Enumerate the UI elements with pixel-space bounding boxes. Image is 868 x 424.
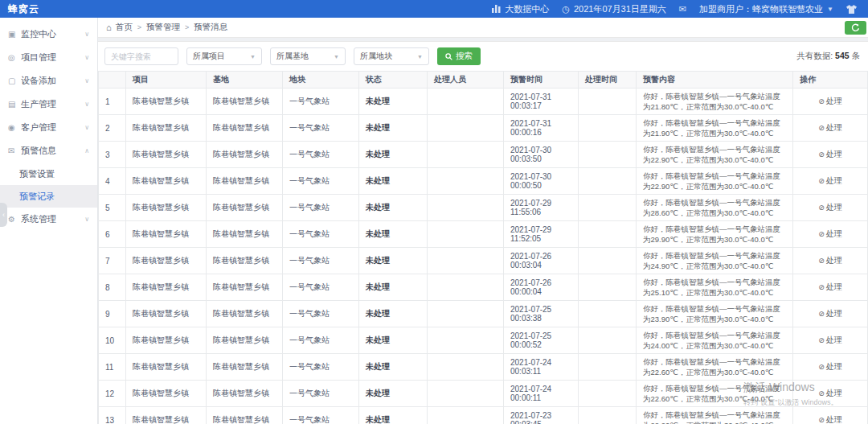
plot-select[interactable]: 所属地块 ▼ — [354, 47, 429, 65]
row-number: 8 — [99, 274, 126, 301]
cell-alert-content: 你好，陈巷镇智慧乡镇—一号气象站温度为21.90℃，正常范围为30.0℃-40.… — [637, 115, 793, 142]
cell-status: 未处理 — [359, 168, 428, 195]
table-row: 1 陈巷镇智慧乡镇 陈巷镇智慧乡镇 一号气象站 未处理 2021-07-31 0… — [99, 89, 868, 115]
big-data-center-link[interactable]: 大数据中心 — [492, 3, 549, 15]
handle-action-link[interactable]: ⊘ 处理 — [818, 202, 842, 213]
cell-project: 陈巷镇智慧乡镇 — [126, 327, 207, 354]
handle-action-link[interactable]: ⊘ 处理 — [818, 414, 842, 424]
check-circle-icon: ⊘ — [818, 310, 825, 318]
shop-icon[interactable] — [846, 5, 857, 14]
cell-handler — [428, 354, 504, 381]
cell-action: ⊘ 处理 — [793, 407, 868, 424]
keyword-search-input[interactable] — [104, 47, 178, 65]
cell-handle-time — [579, 168, 637, 195]
refresh-button[interactable] — [845, 21, 866, 35]
cell-status: 未处理 — [359, 115, 428, 142]
handle-action-link[interactable]: ⊘ 处理 — [818, 308, 842, 319]
check-circle-icon: ⊘ — [818, 336, 825, 344]
cell-action: ⊘ 处理 — [793, 221, 868, 248]
cell-alert-time: 2021-07-30 00:00:50 — [504, 168, 579, 195]
cell-handle-time — [579, 354, 637, 381]
handle-action-link[interactable]: ⊘ 处理 — [818, 335, 842, 346]
cell-project: 陈巷镇智慧乡镇 — [126, 195, 207, 221]
handle-action-link[interactable]: ⊘ 处理 — [818, 122, 842, 134]
cell-handle-time — [579, 301, 637, 327]
cell-alert-time: 2021-07-24 00:00:11 — [504, 381, 579, 407]
cell-handle-time — [579, 327, 637, 354]
cell-project: 陈巷镇智慧乡镇 — [126, 301, 207, 327]
row-number: 2 — [99, 115, 126, 142]
sidebar-item-alert-info[interactable]: ✉ 预警信息 ∧ — [0, 139, 97, 163]
column-header: 预警时间 — [504, 72, 579, 89]
mail-icon[interactable]: ✉ — [679, 4, 686, 14]
cell-action: ⊘ 处理 — [793, 89, 868, 115]
cell-handler — [428, 301, 504, 327]
breadcrumb-alert-management[interactable]: 预警管理 — [146, 22, 180, 33]
column-header — [99, 72, 126, 89]
cell-project: 陈巷镇智慧乡镇 — [126, 407, 207, 424]
cell-status: 未处理 — [359, 301, 428, 327]
handle-action-link[interactable]: ⊘ 处理 — [818, 388, 842, 399]
search-button[interactable]: 搜索 — [437, 47, 481, 65]
cell-alert-time: 2021-07-25 00:00:52 — [504, 327, 579, 354]
check-circle-icon: ⊘ — [818, 283, 825, 291]
cell-action: ⊘ 处理 — [793, 115, 868, 142]
cell-handler — [428, 327, 504, 354]
sidebar-item-customer-management[interactable]: ◉ 客户管理 ∨ — [0, 116, 97, 139]
cell-project: 陈巷镇智慧乡镇 — [126, 221, 207, 248]
handle-action-link[interactable]: ⊘ 处理 — [818, 255, 842, 266]
column-header: 基地 — [207, 72, 283, 89]
cell-status: 未处理 — [359, 381, 428, 407]
gear-icon: ⚙ — [8, 215, 21, 224]
table-header-row: 项目基地地块状态处理人员预警时间处理时间预警内容操作 — [99, 72, 868, 89]
handle-action-link[interactable]: ⊘ 处理 — [818, 149, 842, 160]
status-badge: 未处理 — [366, 97, 390, 105]
handle-action-link[interactable]: ⊘ 处理 — [818, 282, 842, 293]
handle-action-link[interactable]: ⊘ 处理 — [818, 96, 842, 107]
check-circle-icon: ⊘ — [818, 124, 825, 132]
sidebar-item-device-add[interactable]: ▢ 设备添加 ∨ — [0, 69, 97, 93]
handle-action-link[interactable]: ⊘ 处理 — [818, 361, 842, 373]
chevron-down-icon: ▼ — [334, 54, 339, 60]
handle-action-link[interactable]: ⊘ 处理 — [818, 228, 842, 240]
row-number: 9 — [99, 301, 126, 327]
project-select[interactable]: 所属项目 ▼ — [186, 47, 262, 65]
cell-plot: 一号气象站 — [283, 248, 359, 274]
breadcrumb: ⌂ 首页 > 预警管理 > 预警消息 — [98, 18, 868, 38]
sidebar-item-project-management[interactable]: ◎ 项目管理 ∨ — [0, 46, 97, 69]
column-header: 预警内容 — [637, 72, 793, 89]
sidebar-item-system-management[interactable]: ⚙ 系统管理 ∨ — [0, 208, 97, 231]
breadcrumb-home[interactable]: 首页 — [116, 22, 133, 33]
chevron-down-icon: ∨ — [84, 124, 89, 131]
alert-table: 项目基地地块状态处理人员预警时间处理时间预警内容操作 1 陈巷镇智慧乡镇 陈巷镇… — [98, 71, 868, 424]
cell-action: ⊘ 处理 — [793, 327, 868, 354]
cell-handler — [428, 381, 504, 407]
check-circle-icon: ⊘ — [818, 177, 825, 185]
sidebar-subitem-alert-settings[interactable]: 预警设置 — [0, 163, 97, 185]
sidebar-item-monitor-center[interactable]: ▣ 监控中心 ∨ — [0, 23, 97, 46]
cell-plot: 一号气象站 — [283, 168, 359, 195]
cell-base: 陈巷镇智慧乡镇 — [207, 142, 283, 168]
cell-action: ⊘ 处理 — [793, 248, 868, 274]
cell-handle-time — [579, 381, 637, 407]
chevron-down-icon: ∨ — [84, 54, 89, 61]
check-circle-icon: ⊘ — [818, 97, 825, 105]
cell-alert-content: 你好，陈巷镇智慧乡镇—一号气象站温度为21.80℃，正常范围为30.0℃-40.… — [637, 89, 793, 115]
main-content: ⌂ 首页 > 预警管理 > 预警消息 所属项目 ▼ 所属基地 ▼ 所属地块 ▼ — [98, 18, 868, 424]
production-icon: ▤ — [8, 100, 21, 109]
cell-base: 陈巷镇智慧乡镇 — [207, 89, 283, 115]
sidebar-collapse-handle[interactable]: ‹ — [0, 203, 7, 227]
monitor-icon: ▣ — [8, 30, 21, 39]
cell-project: 陈巷镇智慧乡镇 — [126, 381, 207, 407]
handle-action-link[interactable]: ⊘ 处理 — [818, 175, 842, 187]
base-select[interactable]: 所属基地 ▼ — [270, 47, 346, 65]
franchise-user-menu[interactable]: 加盟商用户：蜂窝物联智慧农业 ▼ — [699, 3, 833, 15]
total-count: 共有数据: 545 条 — [796, 51, 862, 62]
sidebar-subitem-alert-records[interactable]: 预警记录 — [0, 185, 97, 208]
sidebar-item-production-management[interactable]: ▤ 生产管理 ∨ — [0, 93, 97, 116]
cell-plot: 一号气象站 — [283, 221, 359, 248]
breadcrumb-separator: > — [185, 23, 189, 31]
cell-alert-content: 你好，陈巷镇智慧乡镇—一号气象站温度为29.90℃，正常范围为30.0℃-40.… — [637, 221, 793, 248]
top-navbar: 蜂窝云 大数据中心 ◷ 2021年07月31日星期六 ✉ 加盟商用户：蜂窝物联智… — [0, 0, 868, 18]
cell-alert-content: 你好，陈巷镇智慧乡镇—一号气象站温度为24.90℃，正常范围为30.0℃-40.… — [637, 248, 793, 274]
